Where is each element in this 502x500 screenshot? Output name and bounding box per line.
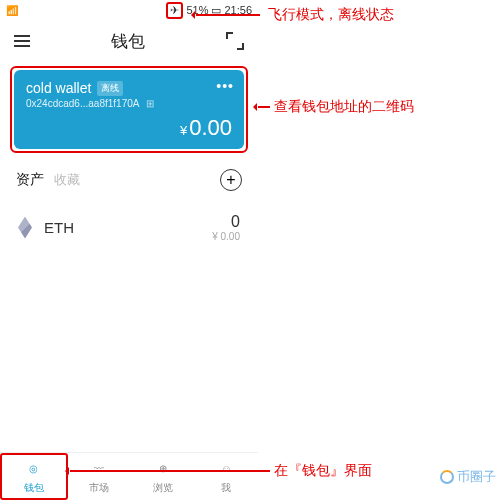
asset-row[interactable]: ETH 0 ¥ 0.00 [0, 199, 258, 256]
nav-wallet[interactable]: ◎ 钱包 [0, 453, 68, 500]
wallet-card[interactable]: cold wallet 离线 0x24cdcad6...aa8f1f170A ⊞… [14, 70, 244, 149]
wallet-offline-tag: 离线 [97, 81, 123, 96]
nav-market[interactable]: 〰 市场 [68, 453, 132, 500]
annotation-wallet-tab: 在『钱包』界面 [274, 462, 372, 480]
tab-assets[interactable]: 资产 [16, 171, 44, 189]
asset-amount: 0 [212, 213, 240, 231]
profile-nav-icon: ☺ [216, 459, 236, 479]
status-bar: 📶 ✈ 51% ▭ 21:56 [0, 0, 258, 20]
market-nav-icon: 〰 [89, 459, 109, 479]
nav-browse-label: 浏览 [153, 481, 173, 495]
watermark-text: 币圈子 [457, 468, 496, 486]
tab-collectibles[interactable]: 收藏 [54, 171, 80, 189]
battery-percent: 51% [186, 4, 208, 16]
phone-screen: 📶 ✈ 51% ▭ 21:56 钱包 cold wallet 离线 0x24cd… [0, 0, 258, 500]
asset-fiat: ¥ 0.00 [212, 231, 240, 242]
scan-button[interactable] [226, 32, 244, 50]
wallet-name: cold wallet [26, 80, 91, 96]
wallet-nav-icon: ◎ [24, 459, 44, 479]
bottom-nav: ◎ 钱包 〰 市场 ⊕ 浏览 ☺ 我 [0, 452, 258, 500]
balance-value: 0.00 [189, 115, 232, 140]
annotation-qrcode: 查看钱包地址的二维码 [274, 98, 414, 116]
app-header: 钱包 [0, 20, 258, 62]
wallet-card-highlight: cold wallet 离线 0x24cdcad6...aa8f1f170A ⊞… [10, 66, 248, 153]
wallet-more-button[interactable]: ••• [216, 78, 234, 94]
browse-nav-icon: ⊕ [153, 459, 173, 479]
scan-icon [226, 32, 244, 50]
plus-icon: + [226, 171, 235, 189]
watermark: 币圈子 [440, 468, 496, 486]
airplane-mode-icon: ✈ [166, 2, 183, 19]
asset-symbol: ETH [44, 219, 74, 236]
menu-icon[interactable] [14, 35, 30, 47]
add-asset-button[interactable]: + [220, 169, 242, 191]
arrow-qrcode [258, 106, 270, 108]
status-right: ✈ 51% ▭ 21:56 [166, 2, 252, 19]
currency-symbol: ¥ [180, 123, 187, 138]
nav-market-label: 市场 [89, 481, 109, 495]
clock: 21:56 [224, 4, 252, 16]
status-left: 📶 [6, 5, 18, 16]
page-title: 钱包 [111, 30, 145, 53]
nav-wallet-label: 钱包 [24, 481, 44, 495]
nav-browse[interactable]: ⊕ 浏览 [131, 453, 195, 500]
battery-icon: ▭ [211, 4, 221, 17]
watermark-icon [440, 470, 454, 484]
wallet-address: 0x24cdcad6...aa8f1f170A [26, 98, 139, 109]
eth-icon [18, 217, 32, 239]
nav-me[interactable]: ☺ 我 [195, 453, 259, 500]
annotations-layer: 飞行模式，离线状态 查看钱包地址的二维码 在『钱包』界面 币圈子 [260, 0, 502, 500]
signal-icon: 📶 [6, 5, 18, 16]
assets-header: 资产 收藏 + [0, 157, 258, 199]
qrcode-icon[interactable]: ⊞ [146, 98, 154, 109]
annotation-airplane: 飞行模式，离线状态 [268, 6, 394, 24]
wallet-balance: ¥0.00 [26, 115, 232, 141]
nav-me-label: 我 [221, 481, 231, 495]
